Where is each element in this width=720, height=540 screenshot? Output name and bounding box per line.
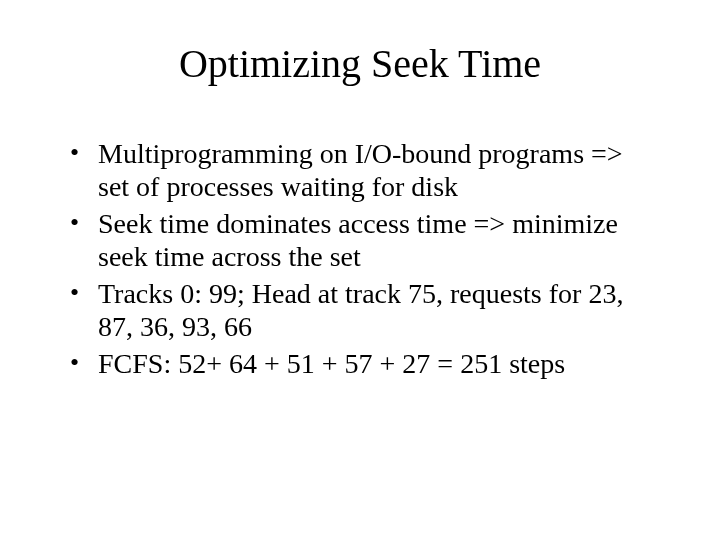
slide-title: Optimizing Seek Time xyxy=(60,40,660,87)
list-item: Multiprogramming on I/O-bound programs =… xyxy=(70,137,660,203)
slide: Optimizing Seek Time Multiprogramming on… xyxy=(0,0,720,540)
bullet-list: Multiprogramming on I/O-bound programs =… xyxy=(70,137,660,380)
list-item: Tracks 0: 99; Head at track 75, requests… xyxy=(70,277,660,343)
list-item: FCFS: 52+ 64 + 51 + 57 + 27 = 251 steps xyxy=(70,347,660,380)
list-item: Seek time dominates access time => minim… xyxy=(70,207,660,273)
